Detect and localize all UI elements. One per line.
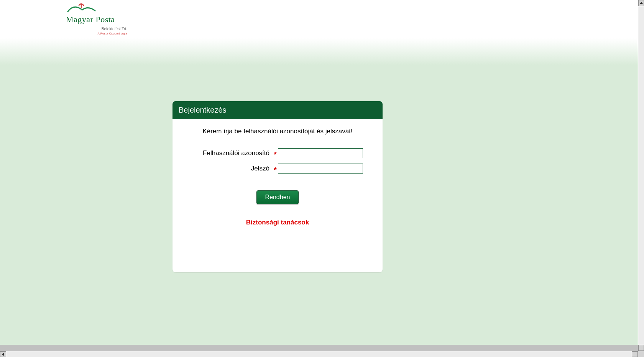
password-row: Jelszó * [184, 164, 371, 174]
scroll-down-icon [640, 347, 643, 349]
password-input[interactable] [278, 164, 363, 174]
brand-logo: Magyar Posta Befektetési Zrt. A Posta Cs… [66, 3, 127, 35]
username-row: Felhasználói azonosító * [184, 148, 371, 158]
username-label: Felhasználói azonosító [192, 149, 273, 157]
panel-title: Bejelentkezés [172, 101, 383, 119]
horizontal-scrollbar[interactable] [0, 351, 638, 357]
brand-subtitle: Befektetési Zrt. [66, 27, 127, 31]
magyar-posta-icon [66, 3, 127, 14]
scroll-up-icon [640, 2, 643, 4]
brand-name: Magyar Posta [66, 15, 127, 25]
submit-button[interactable]: Rendben [256, 190, 299, 204]
scroll-right-icon [634, 353, 636, 356]
vertical-scrollbar[interactable] [638, 0, 644, 351]
page: Magyar Posta Befektetési Zrt. A Posta Cs… [0, 0, 638, 345]
security-tips-link[interactable]: Biztonsági tanácsok [246, 219, 309, 226]
login-instruction: Kérem írja be felhasználói azonosítóját … [184, 128, 371, 135]
panel-body: Kérem írja be felhasználói azonosítóját … [172, 119, 383, 272]
required-asterisk-icon: * [273, 152, 278, 157]
username-input[interactable] [278, 148, 363, 158]
brand-tagline: A Posta Csoport tagja [66, 32, 127, 35]
required-asterisk-icon: * [273, 167, 278, 172]
login-panel: Bejelentkezés Kérem írja be felhasználói… [172, 101, 383, 272]
password-label: Jelszó [192, 165, 273, 172]
scroll-left-icon [2, 353, 4, 356]
scrollbar-corner [638, 351, 644, 357]
